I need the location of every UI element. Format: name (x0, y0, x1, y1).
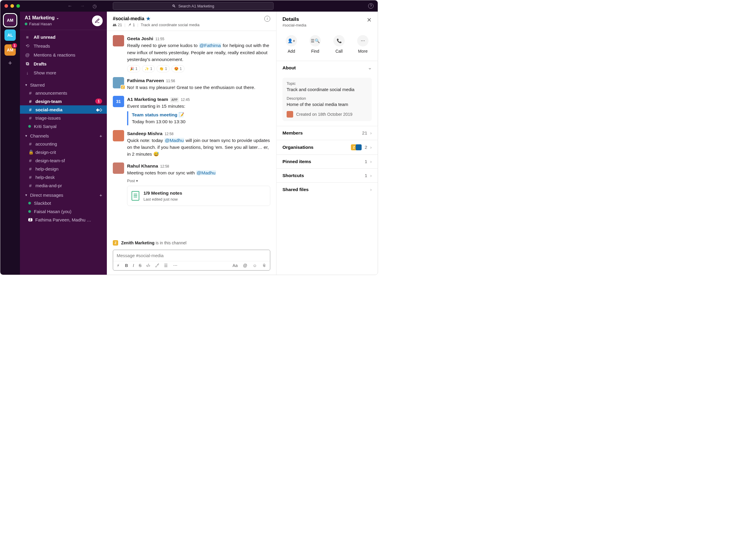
add-workspace-icon[interactable]: + (8, 59, 12, 67)
section-dms[interactable]: ▼Direct messages + (20, 190, 107, 199)
chevron-right-icon: › (370, 173, 372, 178)
link-icon[interactable]: 🔗︎ (155, 263, 159, 268)
close-icon[interactable]: ✕ (367, 16, 372, 27)
post-label[interactable]: Post ▾ (127, 178, 270, 184)
action-find[interactable]: ☰🔍Find (310, 35, 321, 54)
reaction[interactable]: ✨1 (142, 65, 155, 72)
current-user[interactable]: Faisal Hasan (25, 22, 59, 26)
avatar[interactable] (113, 130, 124, 141)
code-icon[interactable]: ‹/› (146, 263, 150, 268)
add-channel-icon[interactable]: + (99, 133, 102, 138)
avatar[interactable] (113, 163, 124, 174)
nav-mentions-reactions[interactable]: @Mentions & reactions (20, 50, 107, 59)
nav-threads[interactable]: ⟲Threads (20, 41, 107, 50)
about-section-header[interactable]: About⌄ (277, 61, 378, 75)
workspace-name[interactable]: A1 Marketing ⌄ (25, 15, 59, 21)
star-icon[interactable]: ★ (146, 16, 150, 21)
search-input[interactable]: 🔍︎ Search A1 Marketing (113, 2, 274, 10)
pins-icon[interactable]: 📌︎ 1 (128, 23, 135, 27)
italic-icon[interactable]: I (133, 263, 134, 268)
channel-announcements[interactable]: #announcements (20, 89, 107, 97)
message-author[interactable]: A1 Marketing team (127, 96, 168, 103)
nav-show-more[interactable]: ↓Show more (20, 68, 107, 77)
channel-social-media[interactable]: #social-media◆◇ (20, 105, 107, 114)
font-icon[interactable]: Aa (232, 263, 238, 268)
message: Sandeep Mishra12:58Quick note: today @Ma… (113, 130, 270, 158)
compose-button[interactable] (92, 15, 103, 26)
reaction[interactable]: 😍1 (171, 65, 185, 72)
message: Geeta Joshi11:55Really need to give some… (113, 35, 270, 72)
more-format-icon[interactable]: ⋯ (173, 263, 177, 268)
add-dm-icon[interactable]: + (99, 193, 102, 198)
bold-icon[interactable]: B (125, 263, 128, 268)
channel-triage-issues[interactable]: #triage-issues (20, 114, 107, 122)
channel-accounting[interactable]: #accounting (20, 140, 107, 148)
chevron-right-icon: › (370, 130, 372, 136)
workspace-badge[interactable]: AM1 (4, 44, 16, 56)
channel-topic[interactable]: Track and coordinate social media (141, 23, 200, 27)
message-text: Quick note: today @Madhu will join our t… (127, 137, 270, 158)
mention-icon[interactable]: @ (243, 263, 247, 268)
history-icon[interactable]: ◷ (93, 3, 98, 9)
channel-design-team[interactable]: #design-team1 (20, 97, 107, 105)
details-shortcuts[interactable]: Shortcuts1› (277, 168, 378, 182)
avatar[interactable]: 31 (113, 96, 124, 107)
workspace-badge[interactable]: AL (4, 29, 16, 41)
details-shared-files[interactable]: Shared files› (277, 182, 378, 196)
emoji-icon[interactable]: ☺ (253, 263, 257, 268)
info-icon[interactable]: i (264, 16, 270, 22)
avatar[interactable] (113, 35, 124, 46)
message: Rahul Khanna12:58Meeting notes from our … (113, 163, 270, 206)
details-title: Details (282, 16, 306, 22)
message-input[interactable] (113, 250, 270, 261)
channel-fathima-parveen-madhu-[interactable]: 2Fathima Parveen, Madhu … (20, 215, 107, 224)
message-author[interactable]: Rahul Khanna (127, 163, 158, 169)
channel-faisal-hasan-you-[interactable]: Faisal Hasan (you) (20, 207, 107, 215)
topic-value[interactable]: Track and coordinate social media (287, 87, 368, 92)
workspace-badge[interactable]: AM (4, 15, 16, 26)
channel-help-desk[interactable]: #help-desk (20, 173, 107, 181)
channel-help-design[interactable]: #help-design (20, 165, 107, 173)
details-members[interactable]: Members21› (277, 126, 378, 140)
section-channels[interactable]: ▼Channels + (20, 130, 107, 140)
titlebar: ← → ◷ 🔍︎ Search A1 Marketing ? (0, 0, 378, 12)
chevron-down-icon: ⌄ (368, 65, 372, 71)
section-starred[interactable]: ▼Starred (20, 79, 107, 89)
attach-icon[interactable]: 📎︎ (262, 263, 266, 268)
reaction[interactable]: 🎉1 (127, 65, 140, 72)
members-icon[interactable]: 👥︎ 21 (113, 23, 122, 27)
maximize-window[interactable] (16, 4, 20, 8)
details-pinned-items[interactable]: Pinned items1› (277, 154, 378, 168)
channel-title[interactable]: #social-media ★ (113, 16, 199, 21)
minimize-window[interactable] (10, 4, 14, 8)
nav-all-unread[interactable]: ≡All unread (20, 32, 107, 41)
post-attachment[interactable]: 1/9 Meeting notesLast edited just now (127, 186, 270, 206)
channel-design-crit[interactable]: 🔒design-crit (20, 148, 107, 156)
channel-kriti-sanyal[interactable]: Kriti Sanyal (20, 122, 107, 130)
avatar[interactable]: Z (113, 77, 124, 88)
message-author[interactable]: Fathima Parveen (127, 77, 164, 84)
channel-design-team-sf[interactable]: #design-team-sf (20, 156, 107, 165)
back-icon[interactable]: ← (68, 3, 73, 9)
list-icon[interactable]: ☰ (164, 263, 168, 268)
action-add[interactable]: 👤+Add (286, 35, 297, 54)
message-author[interactable]: Sandeep Mishra (127, 130, 163, 137)
action-more[interactable]: ⋯More (357, 35, 368, 54)
close-window[interactable] (4, 4, 8, 8)
forward-icon[interactable]: → (80, 3, 85, 9)
reaction[interactable]: 👏1 (157, 65, 170, 72)
channel-slackbot[interactable]: Slackbot (20, 199, 107, 207)
nav-drafts[interactable]: ⧉Drafts (20, 59, 107, 68)
channel-media-and-pr[interactable]: #media-and-pr (20, 181, 107, 190)
shortcuts-icon[interactable]: ⚡︎ (117, 263, 120, 268)
event-link[interactable]: Team status meeting 📝 (132, 111, 270, 118)
details-organisations[interactable]: OrganisationsZ2› (277, 140, 378, 154)
message: ZFathima Parveen11:56No! It was my pleas… (113, 77, 270, 91)
message: 31A1 Marketing teamAPP12:45Event startin… (113, 96, 270, 125)
action-call[interactable]: 📞Call (333, 35, 345, 54)
description-value[interactable]: Home of the social media team (287, 102, 368, 107)
message-author[interactable]: Geeta Joshi (127, 35, 153, 42)
help-icon[interactable]: ? (368, 3, 374, 9)
strike-icon[interactable]: S (139, 263, 141, 268)
message-text: Really need to give some kudos to @Fathi… (127, 42, 270, 63)
